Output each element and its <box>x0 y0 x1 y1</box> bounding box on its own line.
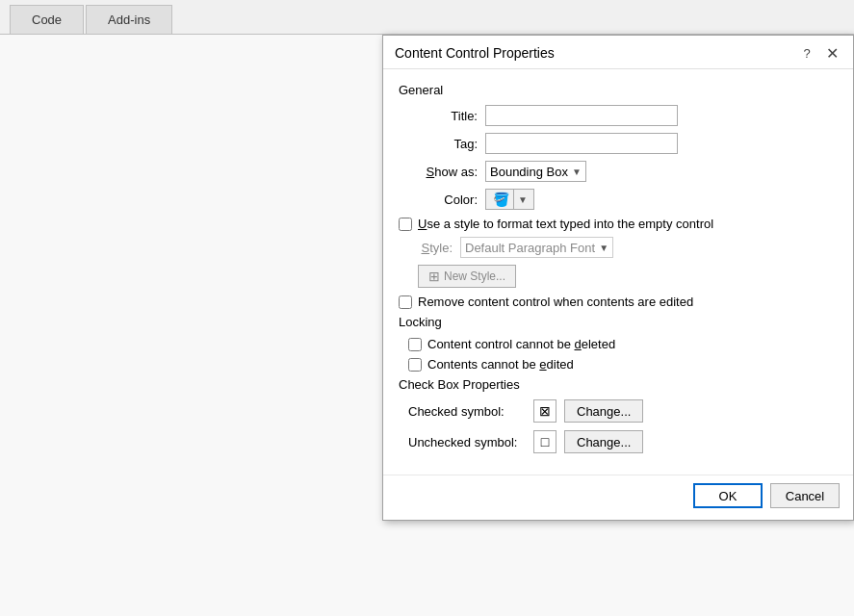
remove-checkbox[interactable] <box>399 295 412 309</box>
style-row: Style: Default Paragraph Font ▼ <box>418 237 838 258</box>
title-row: Title: <box>399 105 838 126</box>
checkbox-props-section-label: Check Box Properties <box>399 377 838 392</box>
remove-row: Remove content control when contents are… <box>399 295 838 309</box>
change-unchecked-button[interactable]: Change... <box>564 430 643 453</box>
svg-text:🪣: 🪣 <box>493 192 510 207</box>
color-button[interactable]: 🪣 ▼ <box>485 189 534 210</box>
dialog: Content Control Properties ? ✕ General T… <box>382 35 854 521</box>
use-style-label[interactable]: Use a style to format text typed into th… <box>418 217 713 231</box>
style-dropdown[interactable]: Default Paragraph Font ▼ <box>460 237 613 258</box>
title-label: Title: <box>399 109 485 123</box>
show-as-dropdown[interactable]: Bounding Box ▼ <box>485 161 586 182</box>
cannot-delete-checkbox[interactable] <box>408 338 422 351</box>
dialog-titlebar: Content Control Properties ? ✕ <box>383 36 853 69</box>
tab-code[interactable]: Code <box>10 5 84 34</box>
main-content: Content Control Properties ? ✕ General T… <box>0 35 854 616</box>
ok-button[interactable]: OK <box>693 483 763 508</box>
general-section-label: General <box>399 83 838 97</box>
style-arrow-icon: ▼ <box>599 243 608 253</box>
show-as-arrow-icon: ▼ <box>572 167 582 177</box>
close-button[interactable]: ✕ <box>822 43 841 63</box>
show-as-label: Show as: <box>399 165 485 179</box>
color-arrow-icon: ▼ <box>513 190 528 209</box>
dialog-overlay: Content Control Properties ? ✕ General T… <box>382 35 854 616</box>
show-as-row: Show as: Bounding Box ▼ <box>399 161 838 182</box>
locking-section-label: Locking <box>399 315 838 329</box>
unchecked-symbol-label: Unchecked symbol: <box>408 435 533 449</box>
tab-bar: Code Add-ins <box>0 0 854 35</box>
use-style-checkbox[interactable] <box>399 218 412 231</box>
color-label: Color: <box>399 192 485 207</box>
tag-row: Tag: <box>399 133 838 154</box>
paint-bucket-icon: 🪣 <box>492 192 511 207</box>
tab-addins[interactable]: Add-ins <box>86 5 172 34</box>
cannot-edit-label[interactable]: Contents cannot be edited <box>427 357 574 372</box>
new-style-row: ⊞ New Style... <box>418 265 838 288</box>
help-button[interactable]: ? <box>797 43 816 63</box>
tag-input[interactable] <box>485 133 678 154</box>
dialog-footer: OK Cancel <box>383 475 853 520</box>
cannot-delete-label[interactable]: Content control cannot be deleted <box>427 337 615 351</box>
style-label: Style: <box>418 241 460 255</box>
cannot-edit-checkbox[interactable] <box>408 358 422 372</box>
color-row: Color: 🪣 ▼ <box>399 189 838 210</box>
new-style-icon: ⊞ <box>428 269 440 284</box>
cancel-button[interactable]: Cancel <box>770 483 840 508</box>
dialog-title: Content Control Properties <box>395 45 555 61</box>
cannot-delete-row: Content control cannot be deleted <box>408 337 838 351</box>
use-style-row: Use a style to format text typed into th… <box>399 217 838 231</box>
checked-symbol-box: ⊠ <box>533 399 556 423</box>
tag-label: Tag: <box>399 137 485 151</box>
new-style-button[interactable]: ⊞ New Style... <box>418 265 516 288</box>
dialog-body: General Title: Tag: <box>383 69 853 475</box>
checked-symbol-label: Checked symbol: <box>408 404 533 419</box>
dialog-controls: ? ✕ <box>797 43 841 63</box>
remove-label[interactable]: Remove content control when contents are… <box>418 295 693 309</box>
cannot-edit-row: Contents cannot be edited <box>408 357 838 372</box>
change-checked-button[interactable]: Change... <box>564 399 643 423</box>
title-input[interactable] <box>485 105 678 126</box>
checked-symbol-row: Checked symbol: ⊠ Change... <box>408 399 838 423</box>
unchecked-symbol-row: Unchecked symbol: □ Change... <box>408 430 838 453</box>
unchecked-symbol-box: □ <box>533 430 556 453</box>
